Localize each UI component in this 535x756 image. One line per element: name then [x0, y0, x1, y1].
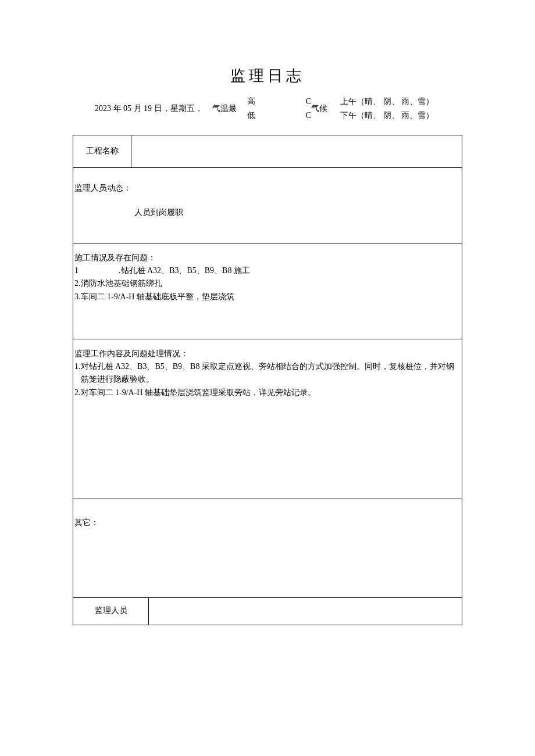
supervision-heading: 监理工作内容及问题处理情况：: [74, 347, 461, 360]
temp-low-unit: C: [306, 109, 311, 122]
item-number: 3.: [74, 291, 81, 303]
list-item: 2. 消防水池基础钢筋绑扎: [74, 277, 461, 290]
project-name-value: [131, 135, 462, 167]
list-item: 3. 车间二 1-9/A-H 轴基础底板平整，垫层浇筑: [74, 291, 461, 303]
item-number: 1.: [74, 360, 81, 386]
temperature-label: 气温最: [212, 102, 247, 115]
temp-high-unit: C: [306, 95, 311, 108]
item-number: 2.: [74, 277, 81, 290]
list-item: 1. 对钻孔桩 A32、B3、B5、B9、B8 采取定点巡视、旁站相结合的方式加…: [74, 360, 461, 386]
project-name-label: 工程名称: [73, 135, 131, 167]
list-item: 2. 对车间二 1-9/A-H 轴基础垫层浇筑监理采取旁站，详见旁站记录。: [74, 386, 461, 399]
climate-am: 上午（晴、 阴、 雨、雪）: [340, 95, 462, 109]
construction-section: 施工情况及存在问题： 1 .钻孔桩 A32、B3、B5、B9、B8 施工 2. …: [73, 243, 462, 339]
item-text: 车间二 1-9/A-H 轴基础底板平整，垫层浇筑: [81, 291, 234, 303]
signature-value: [149, 598, 462, 625]
personnel-section: 监理人员动态： 人员到岗履职: [73, 168, 462, 243]
list-item: 1 .钻孔桩 A32、B3、B5、B9、B8 施工: [74, 264, 461, 277]
other-heading: 其它：: [74, 517, 461, 529]
temperature-block: 高 C 低 C: [247, 95, 311, 123]
temp-high-label: 高: [247, 95, 255, 108]
temp-low-label: 低: [247, 109, 255, 122]
climate-pm: 下午（晴、 阴、 雨、雪）: [340, 109, 462, 123]
personnel-content: 人员到岗履职: [74, 206, 461, 219]
item-number: 2.: [74, 386, 81, 399]
item-text: 对车间二 1-9/A-H 轴基础垫层浇筑监理采取旁站，详见旁站记录。: [81, 386, 316, 399]
climate-label: 气候: [311, 102, 340, 115]
signature-label: 监理人员: [73, 598, 149, 625]
header-info: 2023 年 05 月 19 日，星期五， 气温最 高 C 低 C 气候 上午（…: [73, 95, 462, 123]
item-text: .钻孔桩 A32、B3、B5、B9、B8 施工: [119, 264, 250, 277]
personnel-heading: 监理人员动态：: [74, 182, 461, 195]
other-section: 其它：: [73, 499, 462, 598]
signature-row: 监理人员: [73, 598, 462, 625]
item-number: 1: [74, 264, 119, 277]
project-row: 工程名称: [73, 135, 462, 168]
date-text: 2023 年 05 月 19 日，星期五，: [73, 102, 212, 115]
supervision-section: 监理工作内容及问题处理情况： 1. 对钻孔桩 A32、B3、B5、B9、B8 采…: [73, 339, 462, 499]
page-title: 监理日志: [73, 64, 462, 88]
item-text: 对钻孔桩 A32、B3、B5、B9、B8 采取定点巡视、旁站相结合的方式加强控制…: [81, 360, 461, 386]
main-table: 工程名称 监理人员动态： 人员到岗履职 施工情况及存在问题： 1 .钻孔桩 A3…: [73, 135, 462, 625]
construction-heading: 施工情况及存在问题：: [74, 252, 461, 264]
climate-block: 上午（晴、 阴、 雨、雪） 下午（晴、 阴、 雨、雪）: [340, 95, 462, 123]
item-text: 消防水池基础钢筋绑扎: [81, 277, 162, 290]
